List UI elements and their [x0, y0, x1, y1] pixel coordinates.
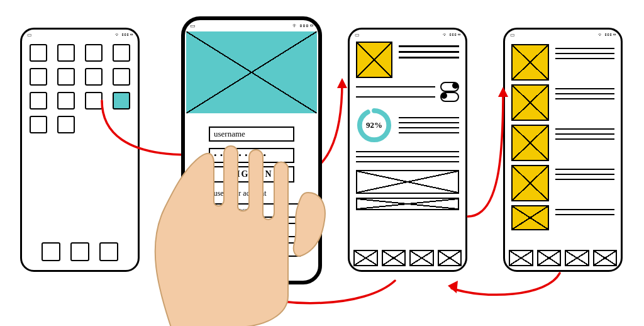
screen-list: ▭ ᯤ ▯▯▯ ▭	[503, 28, 623, 272]
app-icon[interactable]	[113, 44, 130, 62]
dock-icon[interactable]	[70, 242, 89, 261]
flow-arrow-detail-to-list	[462, 79, 518, 224]
list-item[interactable]	[511, 205, 614, 230]
text-line	[356, 156, 459, 157]
app-icon[interactable]	[30, 92, 47, 110]
status-left: ▭	[355, 32, 360, 38]
app-icon[interactable]	[85, 68, 103, 86]
status-bar: ▭ ᯤ ▯▯▯ ▭	[350, 30, 465, 39]
svg-marker-3	[498, 87, 508, 97]
title-line	[399, 45, 459, 47]
thumbnail-image	[356, 42, 392, 78]
tab-item[interactable]	[537, 250, 562, 266]
tab-item[interactable]	[593, 250, 618, 266]
status-bar: ▭ ᯤ ▯▯▯ ▭	[505, 30, 621, 39]
app-icon[interactable]	[30, 68, 47, 86]
toggle-switch-on[interactable]	[440, 82, 459, 92]
app-icon[interactable]	[57, 44, 75, 62]
app-icon[interactable]	[113, 68, 130, 86]
hero-image-placeholder	[186, 31, 317, 113]
status-right: ᯤ ▯▯▯ ▭	[292, 23, 314, 29]
app-icon[interactable]	[57, 68, 75, 86]
status-right: ᯤ ▯▯▯ ▭	[115, 32, 133, 38]
app-icon[interactable]	[30, 44, 47, 62]
title-line	[399, 57, 459, 59]
status-right: ᯤ ▯▯▯ ▭	[598, 32, 616, 38]
list-item[interactable]	[511, 165, 614, 201]
status-bar: ▭ ᯤ ▯▯▯ ▭	[185, 20, 318, 30]
tab-item[interactable]	[409, 250, 434, 266]
banner-placeholder	[356, 198, 459, 210]
dock-icon[interactable]	[99, 242, 118, 261]
status-left: ▭	[27, 32, 32, 38]
progress-ring: 92%	[356, 107, 392, 143]
status-left: ▭	[190, 23, 196, 29]
title-line	[399, 51, 459, 53]
toggle-switch-off[interactable]	[440, 92, 459, 102]
status-bar: ▭ ᯤ ▯▯▯ ▭	[22, 30, 138, 39]
hand-holding-device	[140, 132, 328, 326]
app-icon[interactable]	[57, 116, 75, 133]
setting-row	[356, 86, 435, 87]
list-item[interactable]	[511, 44, 614, 81]
text-line	[399, 127, 459, 128]
dock[interactable]	[22, 242, 138, 261]
tab-bar[interactable]	[509, 250, 617, 266]
app-icon[interactable]	[57, 92, 75, 110]
screen-detail: ▭ ᯤ ▯▯▯ ▭ 92%	[348, 28, 467, 272]
tab-item[interactable]	[509, 250, 533, 266]
tab-item[interactable]	[382, 250, 406, 266]
text-line	[356, 161, 459, 162]
setting-row	[356, 96, 435, 98]
flow-arrow-list-back-to-detail	[440, 269, 566, 307]
progress-label: 92%	[356, 107, 392, 143]
tab-item[interactable]	[565, 250, 589, 266]
status-right: ᯤ ▯▯▯ ▭	[443, 32, 460, 38]
list-item[interactable]	[511, 84, 614, 121]
tab-item[interactable]	[438, 250, 462, 266]
svg-marker-2	[337, 78, 347, 88]
status-left: ▭	[510, 32, 515, 38]
svg-marker-4	[448, 281, 458, 293]
list-thumbnail	[511, 44, 549, 81]
banner-placeholder	[356, 170, 459, 194]
tab-bar[interactable]	[353, 250, 462, 266]
text-line	[399, 122, 459, 123]
app-icon[interactable]	[30, 116, 47, 133]
list-item[interactable]	[511, 125, 614, 161]
text-line	[399, 117, 459, 118]
app-icon[interactable]	[85, 44, 103, 62]
text-line	[356, 151, 459, 152]
tab-item[interactable]	[353, 250, 378, 266]
dock-icon[interactable]	[42, 242, 60, 261]
text-line	[399, 132, 459, 133]
